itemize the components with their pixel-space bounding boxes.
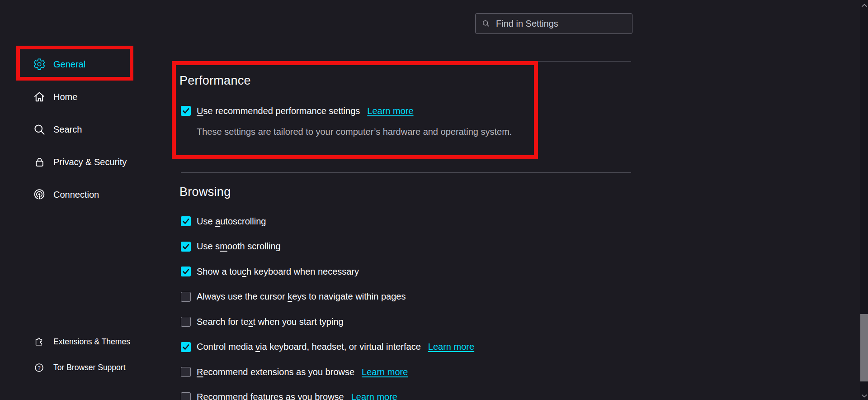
checkbox-row: Recommend features as you browseLearn mo… xyxy=(181,391,631,400)
browsing-section: Browsing Use autoscrollingUse smooth scr… xyxy=(181,172,631,400)
checkbox-checked[interactable] xyxy=(181,267,191,276)
checkbox-label[interactable]: Always use the cursor keys to navigate w… xyxy=(197,291,406,302)
section-title-performance: Performance xyxy=(179,74,251,88)
sidebar-item-home[interactable]: Home xyxy=(27,81,167,113)
help-icon: ? xyxy=(33,362,44,373)
sidebar-item-label: Tor Browser Support xyxy=(53,363,126,372)
sidebar-item-tor-browser-support[interactable]: ?Tor Browser Support xyxy=(27,357,167,377)
find-in-settings-box[interactable] xyxy=(475,13,632,34)
checkbox-label[interactable]: Use recommended performance settings xyxy=(197,106,360,116)
section-title-browsing: Browsing xyxy=(179,185,231,199)
checkbox-checked[interactable] xyxy=(181,106,191,116)
checkbox-unchecked[interactable] xyxy=(181,367,191,377)
checkbox-checked[interactable] xyxy=(181,242,191,252)
learn-more-link[interactable]: Learn more xyxy=(428,342,474,352)
checkbox-unchecked[interactable] xyxy=(181,392,191,400)
learn-more-link[interactable]: Learn more xyxy=(362,367,408,377)
checkbox-label[interactable]: Search for text when you start typing xyxy=(197,317,344,327)
sidebar-item-extensions-themes[interactable]: Extensions & Themes xyxy=(27,332,167,352)
gear-icon xyxy=(33,57,46,71)
sidebar-footer: Extensions & Themes?Tor Browser Support xyxy=(27,332,167,383)
sidebar-item-connection[interactable]: Connection xyxy=(27,178,167,211)
checkbox-label[interactable]: Recommend features as you browse xyxy=(197,392,344,400)
sidebar-item-label: General xyxy=(53,59,85,70)
scroll-down-icon[interactable] xyxy=(861,394,867,398)
svg-text:?: ? xyxy=(38,365,40,370)
sidebar-item-general[interactable]: General xyxy=(27,48,167,81)
checkbox-row: Use recommended performance settingsLear… xyxy=(181,105,631,117)
browsing-rows: Use autoscrollingUse smooth scrollingSho… xyxy=(181,215,631,400)
checkbox-unchecked[interactable] xyxy=(181,292,191,302)
row-description: These settings are tailored to your comp… xyxy=(197,127,512,137)
checkbox-row: Always use the cursor keys to navigate w… xyxy=(181,291,631,303)
learn-more-link[interactable]: Learn more xyxy=(351,392,397,400)
performance-section: Performance Use recommended performance … xyxy=(181,61,631,172)
search-icon xyxy=(481,19,491,28)
sidebar-item-label: Home xyxy=(53,92,77,102)
sidebar-item-privacy-security[interactable]: Privacy & Security xyxy=(27,146,167,178)
checkbox-row: Recommend extensions as you browseLearn … xyxy=(181,366,631,378)
scroll-up-icon[interactable] xyxy=(861,4,867,7)
checkbox-label[interactable]: Recommend extensions as you browse xyxy=(197,367,354,377)
checkbox-row: Use autoscrolling xyxy=(181,215,631,227)
checkbox-checked[interactable] xyxy=(181,342,191,352)
checkbox-unchecked[interactable] xyxy=(181,317,191,327)
scrollbar-thumb[interactable] xyxy=(860,314,868,381)
checkbox-label[interactable]: Use autoscrolling xyxy=(197,216,266,227)
checkbox-label[interactable]: Use smooth scrolling xyxy=(197,241,281,252)
home-icon xyxy=(33,90,46,104)
sidebar-item-label: Search xyxy=(53,124,82,135)
checkbox-checked[interactable] xyxy=(181,216,191,226)
sidebar-item-search[interactable]: Search xyxy=(27,113,167,146)
checkbox-row: Use smooth scrolling xyxy=(181,241,631,252)
section-divider xyxy=(181,172,631,173)
sidebar-item-label: Connection xyxy=(53,190,99,200)
lock-icon xyxy=(33,155,46,169)
learn-more-link[interactable]: Learn more xyxy=(367,106,413,116)
settings-sidebar: GeneralHomeSearchPrivacy & SecurityConne… xyxy=(27,48,167,211)
checkbox-row: Show a touch keyboard when necessary xyxy=(181,266,631,277)
vertical-scrollbar[interactable] xyxy=(860,0,868,400)
checkbox-row: Search for text when you start typing xyxy=(181,316,631,328)
checkbox-label[interactable]: Show a touch keyboard when necessary xyxy=(197,267,359,277)
settings-search-input[interactable] xyxy=(495,18,626,29)
sidebar-item-label: Extensions & Themes xyxy=(53,337,130,347)
checkbox-row: Control media via keyboard, headset, or … xyxy=(181,341,631,353)
sidebar-item-label: Privacy & Security xyxy=(53,157,127,167)
connection-icon xyxy=(33,188,46,201)
puzzle-icon xyxy=(33,336,44,347)
search-icon xyxy=(33,123,46,136)
section-divider xyxy=(181,61,631,62)
checkbox-label[interactable]: Control media via keyboard, headset, or … xyxy=(197,342,421,352)
